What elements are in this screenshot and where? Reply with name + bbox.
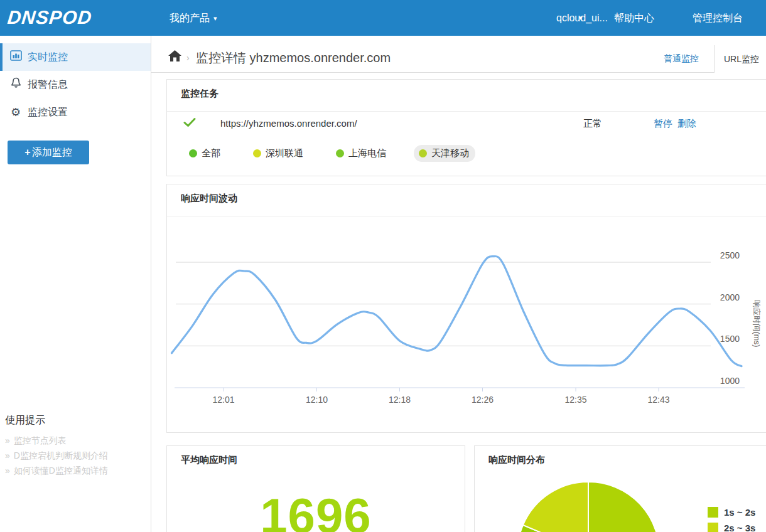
svg-text:12:10: 12:10 xyxy=(306,395,328,405)
usage-tips-title: 使用提示 xyxy=(5,414,45,427)
tip-link-notice-detail[interactable]: »如何读懂D监控通知详情 xyxy=(5,466,108,477)
bar-chart-icon xyxy=(9,44,23,72)
monitored-url: https://yhzmemos.onrender.com/ xyxy=(220,118,357,129)
response-distribution-card: 响应时间分布 1s ~ 2s 2s ~ 3s xyxy=(474,445,766,532)
divider xyxy=(167,111,766,112)
node-filter-shenzhen-unicom[interactable]: 深圳联通 xyxy=(248,145,310,162)
monitor-task-card: 监控任务 https://yhzmemos.onrender.com/ 正常 暂… xyxy=(166,79,766,176)
double-angle-icon: » xyxy=(5,450,10,460)
svg-text:1500: 1500 xyxy=(720,334,740,344)
node-filter-tianjin-mobile[interactable]: 天津移动 xyxy=(414,145,475,162)
response-time-chart-card: 响应时间波动 100015002000250012:0112:1012:1812… xyxy=(166,184,766,433)
top-header: DNSPOD 我的产品▾ qcloud_ui... ▾ 帮助中心 管理控制台 xyxy=(0,0,766,36)
sidebar-item-alert-info[interactable]: 报警信息 xyxy=(0,71,151,98)
plus-icon: + xyxy=(24,147,30,157)
sidebar-item-monitor-settings[interactable]: ⚙监控设置 xyxy=(0,98,151,126)
legend-swatch xyxy=(708,523,718,532)
node-dot-icon xyxy=(253,149,261,157)
dnspod-logo[interactable]: DNSPOD xyxy=(6,7,93,28)
sidebar-item-label: 监控设置 xyxy=(28,107,68,117)
breadcrumb: › 监控详情 yhzmemos.onrender.com 普通监控 URL监控 xyxy=(151,36,766,73)
legend-item-1s-2s[interactable]: 1s ~ 2s xyxy=(708,507,755,518)
breadcrumb-separator-icon: › xyxy=(186,53,190,63)
svg-text:12:35: 12:35 xyxy=(564,395,586,405)
response-distribution-pie xyxy=(475,446,701,532)
sidebar-item-label: 报警信息 xyxy=(28,79,68,90)
node-dot-icon xyxy=(419,149,427,157)
pause-link[interactable]: 暂停 xyxy=(654,118,672,130)
tip-link-down-rules[interactable]: »D监控宕机判断规则介绍 xyxy=(5,450,108,462)
avg-card-title: 平均响应时间 xyxy=(181,454,237,466)
avg-response-card: 平均响应时间 1696 xyxy=(166,445,465,532)
delete-link[interactable]: 删除 xyxy=(677,118,696,130)
task-card-title: 监控任务 xyxy=(181,88,218,100)
sidebar-item-label: 实时监控 xyxy=(28,51,68,62)
status-badge: 正常 xyxy=(583,118,602,130)
my-products-menu[interactable]: 我的产品▾ xyxy=(170,0,217,36)
account-chevron-down-icon[interactable]: ▾ xyxy=(579,0,583,36)
svg-text:12:18: 12:18 xyxy=(389,395,411,405)
node-filter-row: 全部 深圳联通 上海电信 天津移动 xyxy=(184,145,497,162)
double-angle-icon: » xyxy=(5,435,10,445)
gears-icon: ⚙ xyxy=(9,98,23,127)
console-link[interactable]: 管理控制台 xyxy=(693,0,743,36)
chevron-down-icon: ▾ xyxy=(213,14,217,22)
sidebar: 实时监控 报警信息 ⚙监控设置 +添加监控 使用提示 »监控节点列表 »D监控宕… xyxy=(0,36,151,532)
svg-text:12:01: 12:01 xyxy=(212,395,234,405)
sidebar-item-realtime-monitor[interactable]: 实时监控 xyxy=(0,43,151,71)
tip-link-node-list[interactable]: »监控节点列表 xyxy=(5,435,67,447)
svg-text:2500: 2500 xyxy=(720,250,740,260)
svg-text:12:26: 12:26 xyxy=(472,395,494,405)
svg-text:1000: 1000 xyxy=(720,376,740,386)
avg-response-value: 1696 xyxy=(167,487,465,532)
page-title: 监控详情 yhzmemos.onrender.com xyxy=(196,50,391,66)
pie-legend: 1s ~ 2s 2s ~ 3s xyxy=(708,507,755,532)
node-dot-icon xyxy=(189,149,197,157)
response-time-line-chart: 100015002000250012:0112:1012:1812:2612:3… xyxy=(167,217,766,434)
tab-normal-monitor[interactable]: 普通监控 xyxy=(664,53,699,65)
help-center-link[interactable]: 帮助中心 xyxy=(614,0,654,36)
node-filter-shanghai-telecom[interactable]: 上海电信 xyxy=(331,145,392,162)
add-monitor-button[interactable]: +添加监控 xyxy=(8,141,89,164)
divider xyxy=(167,216,766,216)
legend-swatch xyxy=(708,507,718,518)
svg-text:12:43: 12:43 xyxy=(647,395,669,405)
double-angle-icon: » xyxy=(5,466,10,476)
home-icon[interactable] xyxy=(168,50,181,64)
node-dot-icon xyxy=(336,149,344,157)
svg-text:2000: 2000 xyxy=(720,292,740,302)
status-ok-check-icon xyxy=(183,117,196,130)
chart-card-title: 响应时间波动 xyxy=(181,193,237,205)
bell-icon xyxy=(9,72,23,99)
tab-url-monitor[interactable]: URL监控 xyxy=(714,45,766,73)
svg-text:响应时间(ms): 响应时间(ms) xyxy=(752,301,761,348)
node-filter-all[interactable]: 全部 xyxy=(184,145,227,162)
dnspod-monitor-page: { "header": { "logo": "DNSPOD", "product… xyxy=(0,0,766,532)
legend-item-2s-3s[interactable]: 2s ~ 3s xyxy=(708,523,755,532)
